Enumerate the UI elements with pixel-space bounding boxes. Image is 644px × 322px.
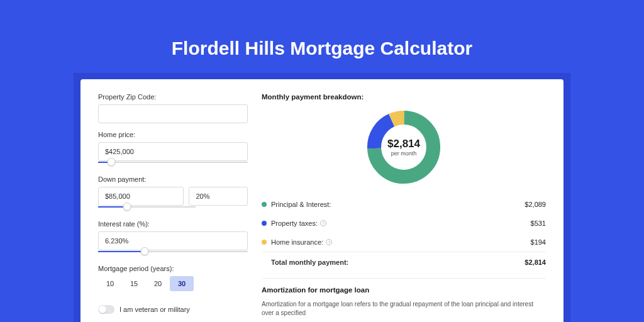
veteran-row: I am veteran or military xyxy=(98,305,248,314)
info-icon[interactable]: ? xyxy=(320,220,326,226)
form-panel: Property Zip Code: Home price: Down paym… xyxy=(98,93,248,322)
amortization-title: Amortization for mortgage loan xyxy=(262,286,546,294)
downpayment-slider[interactable] xyxy=(98,205,196,213)
period-button-20[interactable]: 20 xyxy=(146,276,170,291)
legend-dot xyxy=(262,202,267,207)
period-label: Mortgage period (years): xyxy=(98,265,248,272)
rate-slider-thumb[interactable] xyxy=(140,247,148,255)
downpayment-slider-thumb[interactable] xyxy=(123,203,131,211)
rate-label: Interest rate (%): xyxy=(98,220,248,228)
price-input[interactable] xyxy=(98,142,248,161)
legend-label: Home insurance:? xyxy=(271,238,531,246)
price-slider-thumb[interactable] xyxy=(108,158,116,166)
rate-group: Interest rate (%): xyxy=(98,220,248,257)
page-title: Flordell Hills Mortgage Calculator xyxy=(172,38,472,59)
period-group: Mortgage period (years): 10152030 xyxy=(98,265,248,291)
period-button-30[interactable]: 30 xyxy=(170,276,194,291)
period-button-10[interactable]: 10 xyxy=(98,276,122,291)
donut-sub: per month xyxy=(391,150,417,157)
donut-amount: $2,814 xyxy=(387,138,420,150)
legend-dot xyxy=(262,240,267,245)
total-value: $2,814 xyxy=(525,258,546,266)
donut-chart-wrap: $2,814 per month xyxy=(262,108,546,186)
card-backdrop: Property Zip Code: Home price: Down paym… xyxy=(74,73,570,322)
donut-chart: $2,814 per month xyxy=(365,108,443,186)
legend-total-row: Total monthly payment: $2,814 xyxy=(262,252,546,272)
zip-input[interactable] xyxy=(98,104,248,123)
downpayment-group: Down payment: xyxy=(98,175,248,213)
rate-input[interactable] xyxy=(98,231,248,250)
legend-label: Principal & Interest: xyxy=(271,201,525,208)
price-group: Home price: xyxy=(98,131,248,168)
breakdown-title: Monthly payment breakdown: xyxy=(262,93,546,101)
zip-group: Property Zip Code: xyxy=(98,93,248,123)
downpayment-label: Down payment: xyxy=(98,175,248,183)
price-label: Home price: xyxy=(98,131,248,138)
breakdown-panel: Monthly payment breakdown: $2,814 per mo… xyxy=(262,93,546,322)
calculator-card: Property Zip Code: Home price: Down paym… xyxy=(80,79,564,322)
amortization-text: Amortization for a mortgage loan refers … xyxy=(262,300,546,318)
zip-label: Property Zip Code: xyxy=(98,93,248,101)
price-slider[interactable] xyxy=(98,160,248,168)
legend-value: $2,089 xyxy=(525,201,546,208)
legend-row: Property taxes:?$531 xyxy=(262,214,546,233)
period-button-15[interactable]: 15 xyxy=(122,276,146,291)
legend: Principal & Interest:$2,089Property taxe… xyxy=(262,195,546,252)
downpayment-amount-input[interactable] xyxy=(98,187,184,206)
donut-center: $2,814 per month xyxy=(365,108,443,186)
amortization-section: Amortization for mortgage loan Amortizat… xyxy=(262,278,546,318)
total-label: Total monthly payment: xyxy=(271,258,525,266)
downpayment-percent-input[interactable] xyxy=(189,187,248,206)
veteran-toggle[interactable] xyxy=(98,305,114,314)
info-icon[interactable]: ? xyxy=(326,239,332,245)
legend-value: $194 xyxy=(531,238,546,246)
veteran-label: I am veteran or military xyxy=(119,306,190,313)
legend-row: Principal & Interest:$2,089 xyxy=(262,195,546,214)
legend-dot xyxy=(262,221,267,226)
legend-row: Home insurance:?$194 xyxy=(262,233,546,252)
veteran-toggle-knob xyxy=(99,306,106,313)
legend-value: $531 xyxy=(531,219,546,227)
period-buttons: 10152030 xyxy=(98,276,248,291)
rate-slider[interactable] xyxy=(98,250,248,257)
legend-label: Property taxes:? xyxy=(271,219,531,227)
